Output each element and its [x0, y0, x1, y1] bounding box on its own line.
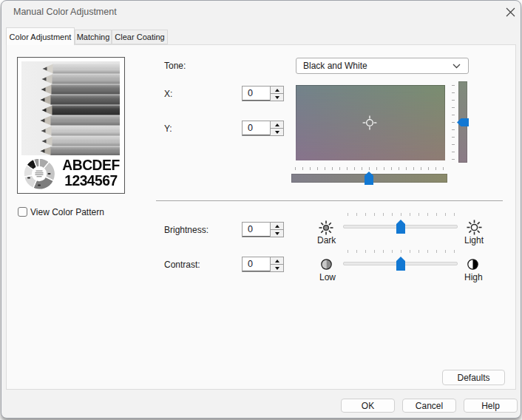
spin-down-icon — [275, 131, 279, 134]
spin-down-icon — [275, 267, 279, 270]
high-contrast-icon — [467, 259, 478, 270]
y-spin-up-button[interactable] — [271, 121, 283, 128]
window-title: Manual Color Adjustment — [13, 7, 117, 17]
x-slider-ticks — [295, 167, 444, 170]
ok-button[interactable]: OK — [341, 399, 395, 413]
defaults-button-label: Defaults — [457, 373, 489, 383]
chevron-down-icon — [452, 64, 461, 69]
y-slider-ticks — [452, 85, 455, 160]
tab-matching[interactable]: Matching — [75, 30, 112, 44]
tone-dropdown-value: Black and White — [303, 61, 452, 71]
ok-button-label: OK — [362, 401, 374, 411]
close-button[interactable] — [501, 4, 519, 20]
cancel-button[interactable]: Cancel — [402, 399, 456, 413]
brightness-spinner[interactable]: 0 — [242, 222, 284, 237]
contrast-slider-handle[interactable] — [396, 257, 405, 271]
contrast-slider-ticks — [348, 250, 455, 253]
brightness-spin-down-button[interactable] — [271, 229, 283, 237]
spin-up-icon — [275, 123, 279, 126]
contrast-spin-up-button[interactable] — [271, 257, 283, 264]
light-sun-icon — [467, 220, 482, 235]
spin-down-icon — [275, 96, 279, 99]
y-spinner[interactable]: 0 — [242, 121, 284, 136]
manual-color-adjustment-dialog: Manual Color Adjustment Color Adjustment… — [0, 0, 522, 420]
dark-sun-icon — [319, 220, 333, 235]
contrast-label: Contrast: — [164, 260, 200, 270]
contrast-spinner-value[interactable]: 0 — [243, 257, 270, 271]
y-label: Y: — [164, 123, 172, 134]
color-wheel-icon — [23, 158, 55, 190]
x-slider-handle[interactable] — [365, 172, 373, 185]
tone-dropdown[interactable]: Black and White — [296, 58, 469, 74]
low-contrast-icon — [321, 259, 332, 270]
tone-label: Tone: — [164, 61, 186, 71]
brightness-spinner-value[interactable]: 0 — [243, 223, 270, 237]
tab-label: Color Adjustment — [10, 33, 72, 41]
help-button-label: Help — [481, 401, 500, 411]
sample-text-line2: 1234567 — [61, 172, 121, 188]
x-label: X: — [164, 89, 172, 99]
y-spinner-value[interactable]: 0 — [243, 121, 270, 135]
brightness-label: Brightness: — [164, 225, 209, 235]
brightness-slider-ticks — [348, 213, 455, 216]
preview-image — [21, 61, 120, 155]
x-spinner[interactable]: 0 — [242, 86, 284, 101]
crosshair-marker[interactable] — [362, 115, 377, 130]
spin-down-icon — [275, 232, 279, 235]
tab-label: Matching — [77, 33, 110, 41]
defaults-button[interactable]: Defaults — [442, 370, 505, 385]
sample-text-line1: ABCDEF — [61, 157, 121, 172]
y-spin-down-button[interactable] — [271, 128, 283, 135]
close-icon — [506, 7, 515, 17]
separator-line — [156, 200, 503, 201]
brightness-dark-label: Dark — [317, 235, 336, 245]
help-button[interactable]: Help — [464, 399, 518, 413]
view-color-pattern-checkbox[interactable] — [18, 207, 27, 217]
cancel-button-label: Cancel — [416, 401, 443, 411]
tab-clear-coating[interactable]: Clear Coating — [112, 30, 168, 44]
spin-up-icon — [275, 89, 279, 92]
x-spin-down-button[interactable] — [271, 93, 283, 101]
contrast-spin-down-button[interactable] — [271, 264, 283, 271]
view-color-pattern-label[interactable]: View Color Pattern — [30, 207, 104, 217]
contrast-high-label: High — [464, 272, 483, 282]
contrast-spinner[interactable]: 0 — [242, 257, 284, 272]
brightness-light-label: Light — [464, 235, 484, 245]
sample-text: ABCDEF 1234567 — [61, 157, 121, 188]
x-spin-up-button[interactable] — [271, 87, 283, 93]
spin-up-icon — [275, 260, 279, 262]
spin-up-icon — [275, 225, 279, 228]
brightness-slider-handle[interactable] — [396, 220, 405, 234]
tab-color-adjustment[interactable]: Color Adjustment — [6, 27, 75, 45]
contrast-low-label: Low — [319, 272, 336, 282]
y-slider-handle[interactable] — [457, 118, 469, 126]
x-spinner-value[interactable]: 0 — [243, 87, 270, 101]
tab-label: Clear Coating — [115, 33, 164, 41]
brightness-spin-up-button[interactable] — [271, 223, 283, 229]
